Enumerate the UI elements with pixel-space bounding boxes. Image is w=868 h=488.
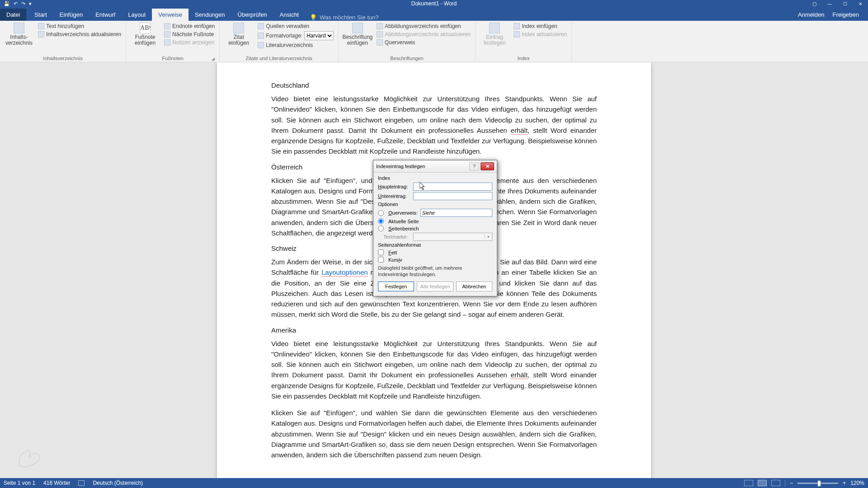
next-footnote-icon xyxy=(164,31,170,38)
watermark-icon xyxy=(14,441,45,474)
section-format: Seitenzahlenformat xyxy=(378,242,492,248)
style-icon xyxy=(258,33,264,39)
next-footnote-label: Nächste Fußnote xyxy=(172,31,214,38)
insert-caption-label: Beschriftung einfügen xyxy=(343,34,373,46)
spellcheck-icon[interactable] xyxy=(78,480,85,486)
tab-ansicht[interactable]: Ansicht xyxy=(274,9,306,21)
group-label: Fußnoten xyxy=(162,55,184,61)
group-label: Beschriftungen xyxy=(390,55,423,61)
tab-layout[interactable]: Layout xyxy=(122,9,152,21)
textmarke-combo[interactable]: ▾ xyxy=(413,233,492,241)
section-index: Index xyxy=(378,175,492,181)
group-label: Inhaltsverzeichnis xyxy=(43,55,82,61)
dialog-launcher-icon[interactable]: ◢ xyxy=(212,56,216,61)
tell-me[interactable]: 💡 Was möchten Sie tun? xyxy=(310,14,378,21)
alle-festlegen-button[interactable]: Alle festlegen xyxy=(417,282,453,291)
view-web-icon[interactable] xyxy=(771,480,780,486)
querverweis-input[interactable] xyxy=(420,209,492,217)
qat-more[interactable]: ▾ xyxy=(29,1,32,7)
minimize-icon[interactable]: — xyxy=(822,0,837,7)
checkbox-fett[interactable] xyxy=(378,249,384,255)
ribbon-display-icon[interactable]: ▢ xyxy=(807,0,822,7)
next-footnote-button[interactable]: Nächste Fußnote xyxy=(163,31,216,38)
language-status[interactable]: Deutsch (Österreich) xyxy=(93,480,143,486)
bibliography-icon xyxy=(258,42,264,48)
heading-amerika: Amerika xyxy=(271,326,597,334)
share-button[interactable]: Freigeben xyxy=(832,11,859,18)
add-text-label: Text hinzufügen xyxy=(46,23,84,29)
add-text-button[interactable]: Text hinzufügen xyxy=(37,23,122,30)
caption-icon xyxy=(352,23,363,33)
toc-label: Inhalts- verzeichnis xyxy=(5,34,33,46)
view-read-icon[interactable] xyxy=(744,480,753,486)
radio-aktuelle-seite[interactable] xyxy=(378,218,384,224)
chevron-down-icon: ▾ xyxy=(485,235,492,239)
maximize-icon[interactable]: ☐ xyxy=(837,0,853,7)
undo-button[interactable]: ↶ xyxy=(14,1,18,7)
tab-einfuegen[interactable]: Einfügen xyxy=(53,9,89,21)
cross-reference-button[interactable]: Querverweis xyxy=(376,39,472,46)
view-print-icon[interactable] xyxy=(758,480,767,486)
tab-sendungen[interactable]: Sendungen xyxy=(189,9,231,21)
update-tof-button[interactable]: Abbildungsverzeichnis aktualisieren xyxy=(376,31,472,38)
group-inhaltsverzeichnis: Inhalts- verzeichnis Text hinzufügen Inh… xyxy=(0,21,126,62)
zoom-slider[interactable] xyxy=(797,483,838,484)
mark-entry-button[interactable]: Eintrag festlegen xyxy=(479,23,510,46)
quick-access-toolbar: 💾 ↶ ↷ ▾ xyxy=(0,1,32,7)
insert-endnote-button[interactable]: Endnote einfügen xyxy=(163,23,216,30)
kursiv-label: Kursiv xyxy=(388,257,402,263)
tab-entwurf[interactable]: Entwurf xyxy=(89,9,122,21)
dialog-titlebar[interactable]: Indexeintrag festlegen ? ✕ xyxy=(373,160,497,173)
radio-querverweis[interactable] xyxy=(378,210,384,216)
tab-file[interactable]: Datei xyxy=(0,9,26,21)
tab-verweise[interactable]: Verweise xyxy=(152,9,189,21)
page-status[interactable]: Seite 1 von 1 xyxy=(4,480,35,486)
body-text: Video bietet eine leistungsstarke Möglic… xyxy=(271,94,597,157)
separator xyxy=(785,480,785,486)
layout-options-link: Layoutoptionen xyxy=(321,268,368,277)
insert-index-icon xyxy=(514,23,520,29)
dialog-indexeintrag: Indexeintrag festlegen ? ✕ Index Hauptei… xyxy=(373,160,497,296)
spelling-error: erhält xyxy=(511,371,528,379)
insert-caption-button[interactable]: Beschriftung einfügen xyxy=(342,23,373,46)
untereintrag-input[interactable] xyxy=(413,192,492,200)
tab-ueberpruefen[interactable]: Überprüfen xyxy=(231,9,274,21)
zoom-out-button[interactable]: − xyxy=(790,480,793,486)
manage-sources-button[interactable]: Quellen verwalten xyxy=(257,23,335,30)
close-icon[interactable]: ✕ xyxy=(853,0,868,7)
bibliography-label: Literaturverzeichnis xyxy=(266,42,313,48)
heading-deutschland: Deutschland xyxy=(271,81,597,89)
sign-in-button[interactable]: Anmelden xyxy=(798,11,825,18)
bibliography-button[interactable]: Literaturverzeichnis xyxy=(257,42,335,49)
group-index: Eintrag festlegen Index einfügen Index a… xyxy=(476,21,572,62)
update-toc-button[interactable]: Inhaltsverzeichnis aktualisieren xyxy=(37,31,122,38)
querverweis-label: Querverweis: xyxy=(388,210,418,216)
festlegen-button[interactable]: Festlegen xyxy=(378,282,414,291)
help-icon[interactable]: ? xyxy=(469,162,479,170)
dialog-close-icon[interactable]: ✕ xyxy=(481,162,494,170)
redo-button[interactable]: ↷ xyxy=(21,1,25,7)
toc-button[interactable]: Inhalts- verzeichnis xyxy=(4,23,34,46)
style-row: Formatvorlage: Harvard xyxy=(257,31,335,41)
show-notes-button[interactable]: Notizen anzeigen xyxy=(163,39,216,46)
checkbox-kursiv[interactable] xyxy=(378,257,384,263)
insert-citation-button[interactable]: Zitat einfügen xyxy=(223,23,254,46)
endnote-icon xyxy=(164,23,170,29)
dialog-note: Dialogfeld bleibt geöffnet, um mehrere I… xyxy=(378,265,492,278)
zoom-level[interactable]: 120% xyxy=(850,480,864,486)
save-button[interactable]: 💾 xyxy=(4,1,10,7)
insert-tof-button[interactable]: Abbildungsverzeichnis einfügen xyxy=(376,23,472,30)
group-label: Index xyxy=(518,55,530,61)
zoom-in-button[interactable]: + xyxy=(843,480,846,486)
toc-icon xyxy=(14,23,24,33)
word-count[interactable]: 416 Wörter xyxy=(43,480,70,486)
insert-footnote-button[interactable]: AB¹ Fußnote einfügen xyxy=(130,23,160,46)
section-optionen: Optionen xyxy=(378,202,492,207)
insert-endnote-label: Endnote einfügen xyxy=(172,23,215,29)
abbrechen-button[interactable]: Abbrechen xyxy=(456,282,492,291)
tab-start[interactable]: Start xyxy=(28,9,53,21)
citation-style-select[interactable]: Harvard xyxy=(304,31,334,40)
insert-index-button[interactable]: Index einfügen xyxy=(513,23,568,30)
radio-seitenbereich[interactable] xyxy=(378,225,384,231)
update-index-button[interactable]: Index aktualisieren xyxy=(513,31,568,38)
